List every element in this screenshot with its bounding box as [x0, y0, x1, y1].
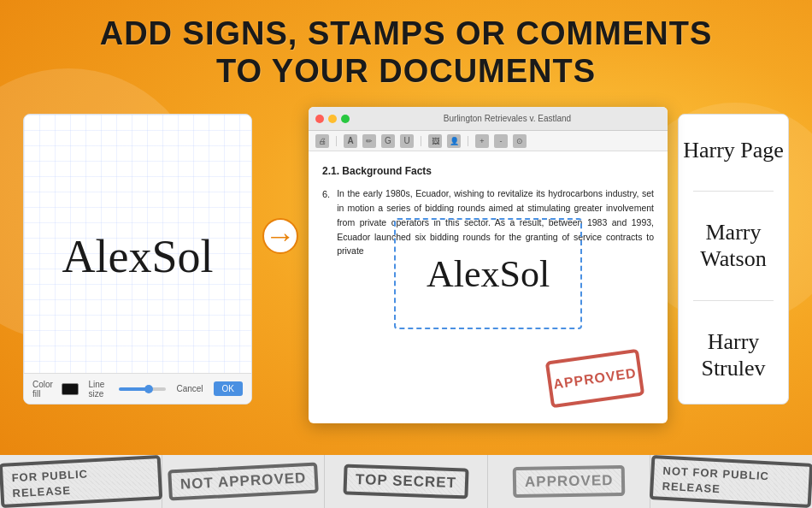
window-chrome: Burlington Retrievales v. Eastland — [309, 107, 668, 131]
stamp-for-public-release: FOR PUBLIC RELEASE — [0, 455, 162, 508]
stamp-not-approved: NOT APPROVED — [162, 455, 325, 508]
hero-title-text: ADD SIGNS, STAMPS OR COMMENTS TO YOUR DO… — [0, 15, 812, 90]
zoom-fit-icon[interactable]: ⊙ — [513, 134, 527, 148]
stamp-approved: APPROVED — [488, 455, 650, 508]
stamp-for-public-text: FOR PUBLIC RELEASE — [11, 468, 88, 500]
signature-preview-left: AlexSol — [62, 230, 213, 283]
approved-stamp: APPROVED — [545, 349, 645, 409]
tool-u-icon[interactable]: U — [400, 134, 414, 148]
stamp-not-approved-text: NOT APPROVED — [180, 470, 307, 493]
color-picker[interactable] — [62, 383, 79, 395]
tool-user-icon[interactable]: 👤 — [447, 134, 461, 148]
stamp-top-secret-text: TOP SECRET — [356, 471, 457, 491]
window-toolbar: 🖨 A ✏ G U 🖼 👤 + - ⊙ — [309, 131, 668, 151]
signature-2[interactable]: Marry Watson — [683, 219, 784, 272]
signature-3[interactable]: Harry Strulev — [683, 328, 784, 381]
toolbar-separator — [336, 136, 337, 146]
arrow-icon: → — [262, 218, 298, 254]
signature-1[interactable]: Harry Page — [683, 137, 784, 163]
tool-a-icon[interactable]: A — [344, 134, 357, 148]
sig-divider-2 — [693, 300, 774, 301]
window-title: Burlington Retrievales v. Eastland — [444, 114, 571, 123]
paragraph-number: 6. — [322, 186, 330, 258]
main-content-area: AlexSol Color fill Line size Cancel OK →… — [0, 107, 812, 457]
hero-title: ADD SIGNS, STAMPS OR COMMENTS TO YOUR DO… — [0, 15, 812, 90]
document-signature: AlexSol — [427, 252, 550, 296]
signature-selection-area[interactable]: AlexSol — [394, 218, 582, 329]
zoom-in-icon[interactable]: + — [475, 134, 489, 148]
zoom-out-icon[interactable]: - — [494, 134, 508, 148]
window-maximize-dot[interactable] — [341, 115, 350, 123]
line-size-label: Line size — [89, 380, 113, 399]
drawing-toolbar: Color fill Line size Cancel OK — [24, 373, 251, 404]
approved-stamp-text: APPROVED — [552, 365, 637, 392]
signatures-panel: Harry Page Marry Watson Harry Strulev — [678, 114, 789, 405]
color-label: Color fill — [32, 380, 55, 399]
tool-g-icon[interactable]: G — [381, 134, 395, 148]
line-size-slider[interactable] — [119, 387, 166, 391]
drawing-panel: AlexSol Color fill Line size Cancel OK — [23, 114, 252, 405]
arrow-container: → — [262, 218, 298, 254]
document-panel: Burlington Retrievales v. Eastland 🖨 A ✏… — [309, 107, 668, 423]
window-minimize-dot[interactable] — [328, 115, 337, 123]
stamp-approved-text: APPROVED — [524, 472, 613, 490]
tool-pen-icon[interactable]: ✏ — [362, 134, 376, 148]
print-icon[interactable]: 🖨 — [315, 134, 329, 148]
stamp-top-secret: TOP SECRET — [325, 455, 487, 508]
tool-img-icon[interactable]: 🖼 — [428, 134, 442, 148]
ok-button[interactable]: OK — [214, 381, 243, 396]
stamp-not-public-text: NOT FOR PUBLIC RELEASE — [662, 464, 769, 496]
sig-divider-1 — [693, 191, 774, 192]
cancel-button[interactable]: Cancel — [173, 382, 206, 395]
toolbar-sep2 — [421, 136, 421, 146]
window-close-dot[interactable] — [315, 115, 324, 123]
stamp-not-for-public-release: NOT FOR PUBLIC RELEASE — [650, 455, 812, 508]
doc-section-title: 2.1. Background Facts — [322, 163, 654, 180]
toolbar-sep3 — [468, 136, 468, 146]
stamps-strip: FOR PUBLIC RELEASE NOT APPROVED TOP SECR… — [0, 455, 812, 508]
